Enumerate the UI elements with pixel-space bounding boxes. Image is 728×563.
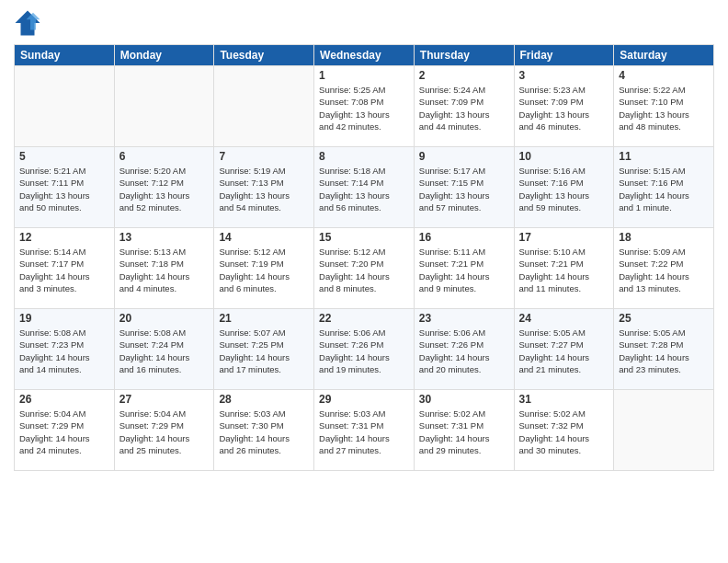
day-info: Sunrise: 5:14 AM Sunset: 7:17 PM Dayligh… (19, 246, 109, 294)
day-info: Sunrise: 5:12 AM Sunset: 7:20 PM Dayligh… (319, 246, 409, 294)
day-info: Sunrise: 5:08 AM Sunset: 7:24 PM Dayligh… (119, 327, 210, 375)
calendar-cell: 16Sunrise: 5:11 AM Sunset: 7:21 PM Dayli… (414, 228, 514, 309)
day-number: 18 (619, 231, 709, 244)
day-number: 2 (419, 69, 509, 82)
weekday-header: Sunday (15, 45, 115, 66)
weekday-header: Friday (514, 45, 614, 66)
day-number: 10 (519, 150, 609, 163)
calendar-week-row: 1Sunrise: 5:25 AM Sunset: 7:08 PM Daylig… (15, 66, 714, 147)
day-number: 14 (219, 231, 309, 244)
day-info: Sunrise: 5:12 AM Sunset: 7:19 PM Dayligh… (219, 246, 309, 294)
day-number: 31 (519, 393, 609, 406)
calendar-cell: 30Sunrise: 5:02 AM Sunset: 7:31 PM Dayli… (414, 390, 514, 471)
calendar-cell: 29Sunrise: 5:03 AM Sunset: 7:31 PM Dayli… (314, 390, 415, 471)
page: SundayMondayTuesdayWednesdayThursdayFrid… (0, 0, 728, 563)
day-number: 6 (119, 150, 210, 163)
header (14, 9, 714, 37)
day-number: 8 (319, 150, 409, 163)
day-number: 4 (619, 69, 709, 82)
calendar-cell: 1Sunrise: 5:25 AM Sunset: 7:08 PM Daylig… (314, 66, 415, 147)
day-info: Sunrise: 5:17 AM Sunset: 7:15 PM Dayligh… (419, 165, 509, 213)
calendar-cell: 22Sunrise: 5:06 AM Sunset: 7:26 PM Dayli… (314, 309, 415, 390)
day-info: Sunrise: 5:02 AM Sunset: 7:32 PM Dayligh… (519, 408, 609, 456)
calendar-cell: 11Sunrise: 5:15 AM Sunset: 7:16 PM Dayli… (614, 147, 714, 228)
day-number: 22 (319, 312, 409, 325)
calendar-cell: 4Sunrise: 5:22 AM Sunset: 7:10 PM Daylig… (614, 66, 714, 147)
day-number: 21 (219, 312, 309, 325)
calendar-cell: 25Sunrise: 5:05 AM Sunset: 7:28 PM Dayli… (614, 309, 714, 390)
day-info: Sunrise: 5:21 AM Sunset: 7:11 PM Dayligh… (19, 165, 109, 213)
day-number: 28 (219, 393, 309, 406)
day-info: Sunrise: 5:24 AM Sunset: 7:09 PM Dayligh… (419, 84, 509, 132)
calendar-cell: 23Sunrise: 5:06 AM Sunset: 7:26 PM Dayli… (414, 309, 514, 390)
logo (14, 9, 46, 37)
day-info: Sunrise: 5:13 AM Sunset: 7:18 PM Dayligh… (119, 246, 210, 294)
day-number: 26 (19, 393, 109, 406)
logo-icon (14, 9, 41, 37)
day-number: 9 (419, 150, 509, 163)
calendar-cell (114, 66, 214, 147)
day-number: 29 (319, 393, 409, 406)
day-number: 1 (319, 69, 409, 82)
day-info: Sunrise: 5:02 AM Sunset: 7:31 PM Dayligh… (419, 408, 509, 456)
calendar-cell: 2Sunrise: 5:24 AM Sunset: 7:09 PM Daylig… (414, 66, 514, 147)
calendar-cell (15, 66, 115, 147)
day-number: 25 (619, 312, 709, 325)
day-info: Sunrise: 5:15 AM Sunset: 7:16 PM Dayligh… (619, 165, 709, 213)
calendar-cell: 18Sunrise: 5:09 AM Sunset: 7:22 PM Dayli… (614, 228, 714, 309)
weekday-header: Tuesday (214, 45, 314, 66)
calendar-cell: 5Sunrise: 5:21 AM Sunset: 7:11 PM Daylig… (15, 147, 115, 228)
calendar-cell: 21Sunrise: 5:07 AM Sunset: 7:25 PM Dayli… (214, 309, 314, 390)
day-number: 16 (419, 231, 509, 244)
calendar-cell: 13Sunrise: 5:13 AM Sunset: 7:18 PM Dayli… (114, 228, 214, 309)
day-info: Sunrise: 5:05 AM Sunset: 7:28 PM Dayligh… (619, 327, 709, 375)
weekday-header: Wednesday (314, 45, 415, 66)
day-info: Sunrise: 5:20 AM Sunset: 7:12 PM Dayligh… (119, 165, 210, 213)
svg-marker-0 (16, 11, 40, 36)
calendar-cell: 31Sunrise: 5:02 AM Sunset: 7:32 PM Dayli… (514, 390, 614, 471)
day-number: 30 (419, 393, 509, 406)
day-info: Sunrise: 5:11 AM Sunset: 7:21 PM Dayligh… (419, 246, 509, 294)
day-info: Sunrise: 5:06 AM Sunset: 7:26 PM Dayligh… (419, 327, 509, 375)
day-number: 15 (319, 231, 409, 244)
day-info: Sunrise: 5:18 AM Sunset: 7:14 PM Dayligh… (319, 165, 409, 213)
day-number: 23 (419, 312, 509, 325)
day-info: Sunrise: 5:04 AM Sunset: 7:29 PM Dayligh… (19, 408, 109, 456)
calendar-week-row: 19Sunrise: 5:08 AM Sunset: 7:23 PM Dayli… (15, 309, 714, 390)
weekday-header: Saturday (614, 45, 714, 66)
calendar-cell: 19Sunrise: 5:08 AM Sunset: 7:23 PM Dayli… (15, 309, 115, 390)
calendar-week-row: 26Sunrise: 5:04 AM Sunset: 7:29 PM Dayli… (15, 390, 714, 471)
calendar-cell: 9Sunrise: 5:17 AM Sunset: 7:15 PM Daylig… (414, 147, 514, 228)
day-info: Sunrise: 5:05 AM Sunset: 7:27 PM Dayligh… (519, 327, 609, 375)
day-info: Sunrise: 5:06 AM Sunset: 7:26 PM Dayligh… (319, 327, 409, 375)
calendar-cell: 10Sunrise: 5:16 AM Sunset: 7:16 PM Dayli… (514, 147, 614, 228)
calendar-cell: 15Sunrise: 5:12 AM Sunset: 7:20 PM Dayli… (314, 228, 415, 309)
calendar-week-row: 5Sunrise: 5:21 AM Sunset: 7:11 PM Daylig… (15, 147, 714, 228)
day-info: Sunrise: 5:03 AM Sunset: 7:31 PM Dayligh… (319, 408, 409, 456)
calendar-cell: 17Sunrise: 5:10 AM Sunset: 7:21 PM Dayli… (514, 228, 614, 309)
day-info: Sunrise: 5:22 AM Sunset: 7:10 PM Dayligh… (619, 84, 709, 132)
calendar-cell: 6Sunrise: 5:20 AM Sunset: 7:12 PM Daylig… (114, 147, 214, 228)
calendar-cell (214, 66, 314, 147)
calendar-cell (614, 390, 714, 471)
weekday-header: Thursday (414, 45, 514, 66)
calendar-cell: 8Sunrise: 5:18 AM Sunset: 7:14 PM Daylig… (314, 147, 415, 228)
day-number: 27 (119, 393, 210, 406)
day-info: Sunrise: 5:08 AM Sunset: 7:23 PM Dayligh… (19, 327, 109, 375)
day-number: 20 (119, 312, 210, 325)
calendar-cell: 3Sunrise: 5:23 AM Sunset: 7:09 PM Daylig… (514, 66, 614, 147)
day-info: Sunrise: 5:25 AM Sunset: 7:08 PM Dayligh… (319, 84, 409, 132)
calendar: SundayMondayTuesdayWednesdayThursdayFrid… (14, 44, 714, 471)
day-number: 7 (219, 150, 309, 163)
calendar-cell: 28Sunrise: 5:03 AM Sunset: 7:30 PM Dayli… (214, 390, 314, 471)
day-number: 13 (119, 231, 210, 244)
calendar-cell: 14Sunrise: 5:12 AM Sunset: 7:19 PM Dayli… (214, 228, 314, 309)
day-number: 11 (619, 150, 709, 163)
calendar-header-row: SundayMondayTuesdayWednesdayThursdayFrid… (15, 45, 714, 66)
calendar-cell: 24Sunrise: 5:05 AM Sunset: 7:27 PM Dayli… (514, 309, 614, 390)
calendar-week-row: 12Sunrise: 5:14 AM Sunset: 7:17 PM Dayli… (15, 228, 714, 309)
calendar-cell: 26Sunrise: 5:04 AM Sunset: 7:29 PM Dayli… (15, 390, 115, 471)
calendar-cell: 12Sunrise: 5:14 AM Sunset: 7:17 PM Dayli… (15, 228, 115, 309)
day-info: Sunrise: 5:23 AM Sunset: 7:09 PM Dayligh… (519, 84, 609, 132)
day-info: Sunrise: 5:10 AM Sunset: 7:21 PM Dayligh… (519, 246, 609, 294)
